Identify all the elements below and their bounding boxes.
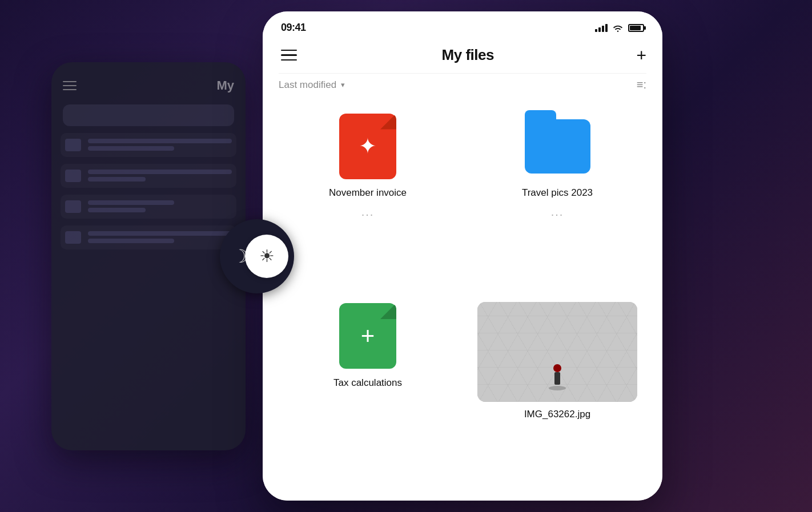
toggle-track[interactable]: ☽ ☀: [220, 219, 294, 293]
sheet-icon: +: [339, 303, 396, 369]
hamburger-line-2: [281, 54, 297, 56]
sort-label: Last modified: [279, 79, 336, 91]
file-item-travel-pics[interactable]: Travel pics 2023 ...: [468, 112, 646, 288]
dark-phone-header: My: [61, 74, 236, 98]
pdf-icon: ✦: [339, 114, 396, 179]
sort-bar: Last modified ▾ ≡:: [263, 74, 662, 100]
dark-list-item: [61, 133, 236, 157]
dark-folder-icon: [65, 231, 81, 244]
person-shadow: [549, 386, 566, 390]
files-grid: ✦ November invoice ... Travel pics 2023 …: [263, 100, 662, 501]
signal-bar-4: [605, 24, 608, 32]
dark-line: [88, 139, 232, 143]
dark-hamburger-icon: [63, 81, 77, 90]
hamburger-line-1: [281, 50, 297, 51]
folder-icon-container: [523, 112, 592, 180]
dark-text-lines: [88, 170, 232, 182]
dark-folder-icon: [65, 170, 81, 182]
file-name-november-invoice: November invoice: [329, 187, 407, 199]
file-item-november-invoice[interactable]: ✦ November invoice ...: [279, 112, 457, 288]
pdf-symbol: ✦: [359, 134, 377, 159]
file-menu-travel-pics[interactable]: ...: [551, 205, 564, 219]
signal-icon: [595, 24, 608, 32]
app-header: My files +: [263, 39, 662, 73]
sheet-icon-container: +: [333, 302, 402, 370]
dark-line-short: [88, 146, 174, 151]
dark-search-bar: [63, 104, 234, 126]
person-head: [553, 364, 561, 372]
add-button[interactable]: +: [636, 47, 646, 64]
dark-folder-icon: [65, 200, 81, 213]
battery-icon: [628, 24, 644, 32]
dark-text-lines: [88, 139, 232, 151]
signal-bar-1: [595, 29, 597, 32]
plus-symbol: +: [361, 324, 375, 348]
file-item-img-63262[interactable]: IMG_63262.jpg: [468, 302, 646, 490]
image-thumbnail: [477, 302, 637, 402]
app-title: My files: [442, 46, 494, 64]
sun-icon: ☀: [259, 246, 275, 266]
dark-line: [88, 200, 174, 205]
dark-line: [88, 170, 232, 174]
pdf-icon-container: ✦: [333, 112, 402, 180]
file-menu-november-invoice[interactable]: ...: [361, 205, 375, 219]
theme-toggle[interactable]: ☽ ☀: [217, 216, 297, 296]
dark-list-item: [61, 225, 236, 249]
dark-line-short: [88, 239, 174, 243]
person-body: [554, 372, 560, 385]
dark-phone: My: [51, 62, 246, 450]
wifi-icon: [612, 23, 624, 33]
person-figure: [549, 364, 566, 390]
dark-line-xshort: [88, 208, 146, 212]
signal-bar-2: [598, 27, 601, 32]
dark-folder-icon: [65, 139, 81, 151]
hamburger-button[interactable]: [279, 47, 299, 63]
status-time: 09:41: [281, 22, 306, 34]
status-icons: [595, 23, 644, 33]
light-phone: 09:41 My files +: [263, 11, 662, 501]
signal-bar-3: [602, 26, 604, 32]
file-name-img-63262: IMG_63262.jpg: [524, 409, 590, 420]
file-name-travel-pics: Travel pics 2023: [522, 187, 593, 199]
battery-fill: [630, 26, 641, 30]
dark-text-lines: [88, 200, 232, 212]
chevron-down-icon: ▾: [341, 80, 345, 89]
dark-phone-title: My: [216, 78, 234, 93]
status-bar: 09:41: [263, 11, 662, 39]
view-toggle-button[interactable]: ≡:: [637, 78, 646, 91]
dark-line: [88, 231, 232, 236]
hamburger-line-3: [281, 59, 297, 61]
folder-icon: [525, 119, 590, 174]
file-item-tax-calculations[interactable]: + Tax calculations: [279, 302, 457, 490]
dark-list-item: [61, 195, 236, 219]
dark-text-lines: [88, 231, 232, 243]
file-name-tax-calculations: Tax calculations: [333, 377, 402, 389]
dark-list-item: [61, 164, 236, 188]
sort-selector[interactable]: Last modified ▾: [279, 79, 345, 91]
dark-line-xshort: [88, 177, 146, 182]
sun-circle[interactable]: ☀: [245, 235, 288, 278]
